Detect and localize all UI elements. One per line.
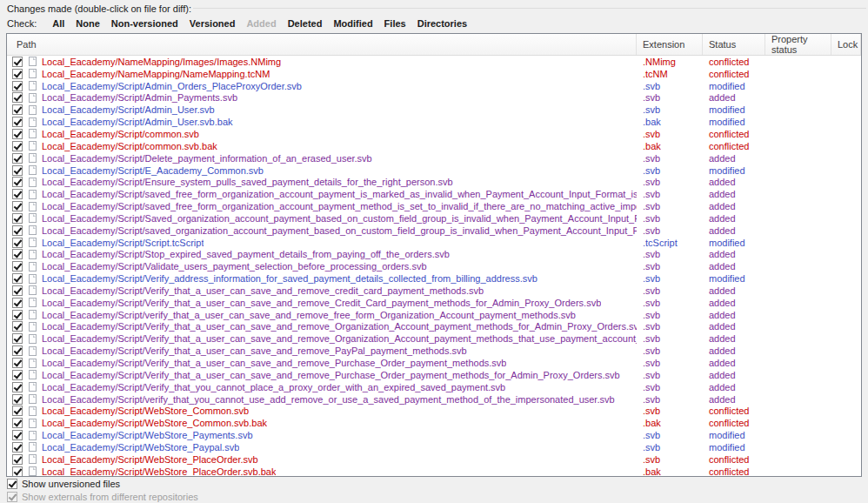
file-row[interactable]: Local_Eacademy/Script/Verify_that_a_user… bbox=[7, 345, 861, 357]
file-checkbox[interactable] bbox=[12, 104, 23, 115]
file-row[interactable]: Local_Eacademy/Script/Validate_users_pay… bbox=[7, 260, 861, 272]
file-checkbox[interactable] bbox=[12, 466, 23, 476]
file-checkbox[interactable] bbox=[12, 321, 23, 332]
show-unversioned-checkbox[interactable] bbox=[7, 479, 17, 489]
file-checkbox[interactable] bbox=[12, 273, 23, 284]
file-row[interactable]: Local_Eacademy/Script/saved_free_form_or… bbox=[7, 200, 861, 212]
check-option-all[interactable]: All bbox=[52, 18, 64, 29]
file-list: Path Extension Status Property status Lo… bbox=[6, 33, 862, 477]
check-option-versioned[interactable]: Versioned bbox=[190, 18, 236, 29]
file-row[interactable]: Local_Eacademy/Script/WebStore_Payments.… bbox=[7, 429, 861, 441]
footer-options: Show unversioned files Show externals fr… bbox=[7, 478, 198, 503]
file-row[interactable]: Local_Eacademy/Script/Script.tcScript .t… bbox=[7, 237, 861, 249]
file-checkbox[interactable] bbox=[12, 298, 23, 308]
file-row[interactable]: Local_Eacademy/Script/Admin_User.svb .sv… bbox=[7, 104, 861, 116]
file-checkbox[interactable] bbox=[12, 117, 23, 127]
file-checkbox[interactable] bbox=[12, 370, 23, 380]
file-checkbox[interactable] bbox=[12, 261, 23, 272]
file-checkbox[interactable] bbox=[12, 177, 23, 187]
file-row[interactable]: Local_Eacademy/Script/Verify_that_a_user… bbox=[7, 332, 861, 345]
file-row[interactable]: Local_Eacademy/Script/Verify_that_a_user… bbox=[7, 321, 861, 333]
file-row[interactable]: Local_Eacademy/Script/saved_free_form_or… bbox=[7, 188, 861, 200]
file-row[interactable]: Local_Eacademy/Script/Verify_address_inf… bbox=[7, 272, 861, 285]
file-row[interactable]: Local_Eacademy/NameMapping/Images/Images… bbox=[7, 56, 861, 68]
file-row[interactable]: Local_Eacademy/Script/WebStore_Common.sv… bbox=[7, 405, 861, 417]
file-row[interactable]: Local_Eacademy/Script/WebStore_PlaceOrde… bbox=[7, 466, 861, 476]
file-checkbox[interactable] bbox=[12, 285, 23, 296]
file-row[interactable]: Local_Eacademy/Script/WebStore_Common.sv… bbox=[7, 417, 861, 429]
check-options: AllNoneNon-versionedVersionedAddedDelete… bbox=[52, 18, 478, 29]
file-row[interactable]: Local_Eacademy/NameMapping/NameMapping.t… bbox=[7, 68, 861, 80]
file-checkbox[interactable] bbox=[12, 442, 23, 453]
file-row[interactable]: Local_Eacademy/Script/Verify_that_a_user… bbox=[7, 297, 861, 309]
file-row[interactable]: Local_Eacademy/Script/Stop_expired_saved… bbox=[7, 249, 861, 261]
file-row[interactable]: Local_Eacademy/Script/Delete_payment_inf… bbox=[7, 152, 861, 164]
file-icon bbox=[29, 442, 37, 452]
file-row[interactable]: Local_Eacademy/Script/Admin_Orders_Place… bbox=[7, 80, 861, 92]
file-row[interactable]: Local_Eacademy/Script/WebStore_Paypal.sv… bbox=[7, 441, 861, 453]
file-row[interactable]: Local_Eacademy/Script/Admin_Payments.svb… bbox=[7, 92, 861, 104]
file-checkbox[interactable] bbox=[12, 69, 23, 79]
column-header-status[interactable]: Status bbox=[703, 34, 765, 55]
file-status: conflicted bbox=[703, 466, 765, 476]
file-extension: .svb bbox=[637, 165, 703, 176]
file-row[interactable]: Local_Eacademy/Script/verify_that_you_ca… bbox=[7, 393, 861, 406]
file-checkbox[interactable] bbox=[12, 430, 23, 440]
check-option-directories[interactable]: Directories bbox=[417, 18, 467, 29]
check-option-files[interactable]: Files bbox=[384, 18, 406, 29]
file-row[interactable]: Local_Eacademy/Script/verify_that_a_user… bbox=[7, 309, 861, 321]
file-row[interactable]: Local_Eacademy/Script/Verify_that_a_user… bbox=[7, 357, 861, 369]
file-checkbox[interactable] bbox=[12, 418, 23, 428]
file-checkbox[interactable] bbox=[12, 81, 23, 91]
file-row[interactable]: Local_Eacademy/Script/common.svb .svb co… bbox=[7, 128, 861, 140]
check-option-deleted[interactable]: Deleted bbox=[288, 18, 323, 29]
file-row[interactable]: Local_Eacademy/Script/Verify_that_a_user… bbox=[7, 285, 861, 297]
column-header-extension[interactable]: Extension bbox=[637, 34, 703, 55]
file-row[interactable]: Local_Eacademy/Script/E_Aacademy_Common.… bbox=[7, 164, 861, 177]
file-checkbox[interactable] bbox=[12, 454, 23, 465]
file-row[interactable]: Local_Eacademy/Script/Ensure_system_pull… bbox=[7, 176, 861, 188]
file-status: conflicted bbox=[703, 141, 765, 151]
file-checkbox[interactable] bbox=[12, 189, 23, 199]
file-checkbox[interactable] bbox=[12, 382, 23, 392]
file-row[interactable]: Local_Eacademy/Script/Admin_User.svb.bak… bbox=[7, 116, 861, 128]
file-row[interactable]: Local_Eacademy/Script/Saved_organization… bbox=[7, 212, 861, 225]
file-status: conflicted bbox=[703, 406, 765, 416]
file-checkbox[interactable] bbox=[12, 165, 23, 176]
file-row[interactable]: Local_Eacademy/Script/saved_organization… bbox=[7, 225, 861, 237]
file-status: added bbox=[703, 249, 765, 259]
file-checkbox[interactable] bbox=[12, 225, 23, 236]
file-row[interactable]: Local_Eacademy/Script/Verify_that_a_user… bbox=[7, 369, 861, 381]
file-checkbox[interactable] bbox=[12, 394, 23, 405]
column-header-path[interactable]: Path bbox=[7, 34, 637, 55]
column-header-property-status[interactable]: Property status bbox=[765, 34, 831, 55]
file-checkbox[interactable] bbox=[12, 345, 23, 356]
check-option-non-versioned[interactable]: Non-versioned bbox=[111, 18, 178, 29]
file-path: Local_Eacademy/Script/common.svb.bak bbox=[42, 141, 217, 151]
file-checkbox[interactable] bbox=[12, 129, 23, 139]
check-option-modified[interactable]: Modified bbox=[333, 18, 372, 29]
file-checkbox[interactable] bbox=[12, 57, 23, 67]
file-row[interactable]: Local_Eacademy/Script/common.svb.bak .ba… bbox=[7, 140, 861, 152]
file-checkbox[interactable] bbox=[12, 238, 23, 248]
file-icon bbox=[29, 370, 37, 379]
file-row[interactable]: Local_Eacademy/Script/WebStore_PlaceOrde… bbox=[7, 453, 861, 466]
file-rows: Local_Eacademy/NameMapping/Images/Images… bbox=[7, 56, 861, 476]
file-checkbox[interactable] bbox=[12, 310, 23, 320]
file-extension: .svb bbox=[637, 321, 703, 332]
file-checkbox[interactable] bbox=[12, 153, 23, 164]
file-checkbox[interactable] bbox=[12, 201, 23, 211]
file-row[interactable]: Local_Eacademy/Script/Verify_that_you_ca… bbox=[7, 381, 861, 393]
check-option-none[interactable]: None bbox=[76, 18, 100, 29]
file-extension: .svb bbox=[637, 129, 703, 139]
file-checkbox[interactable] bbox=[12, 358, 23, 368]
file-extension: .svb bbox=[637, 153, 703, 164]
file-checkbox[interactable] bbox=[12, 92, 23, 103]
file-icon bbox=[29, 178, 37, 187]
file-checkbox[interactable] bbox=[12, 406, 23, 416]
column-header-lock[interactable]: Lock bbox=[831, 34, 861, 55]
file-checkbox[interactable] bbox=[12, 213, 23, 224]
file-checkbox[interactable] bbox=[12, 333, 23, 344]
file-checkbox[interactable] bbox=[12, 249, 23, 259]
file-checkbox[interactable] bbox=[12, 141, 23, 151]
